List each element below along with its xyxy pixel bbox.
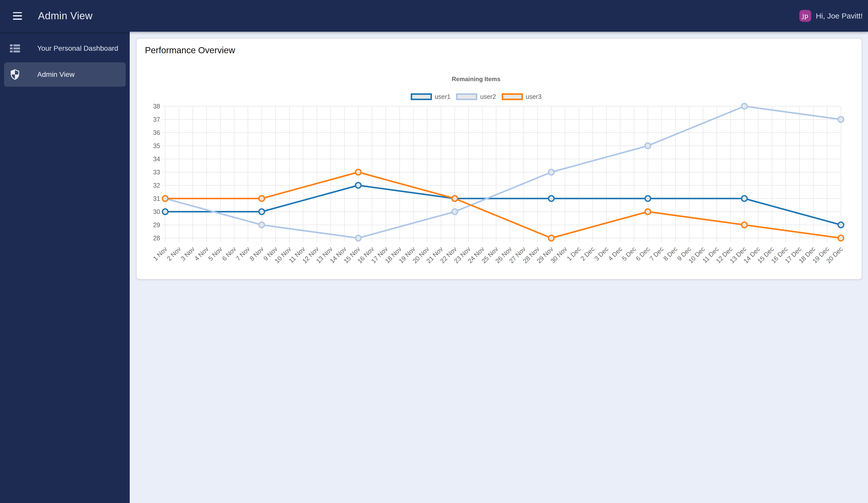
hamburger-menu-button[interactable] [13,12,22,20]
hamburger-bar [13,12,22,13]
svg-text:28: 28 [153,234,160,242]
shield-icon [10,69,20,80]
svg-text:36: 36 [153,129,160,136]
sidebar: Your Personal Dashboard Admin View [0,32,130,503]
svg-text:7 Dec: 7 Dec [648,245,665,262]
sidebar-item-personal-dashboard[interactable]: Your Personal Dashboard [4,36,126,61]
top-navbar: Admin View jp Hi, Joe Pavitt! [0,0,868,32]
svg-text:5 Dec: 5 Dec [620,245,637,262]
sidebar-item-label: Admin View [37,70,74,79]
svg-text:8 Nov: 8 Nov [248,245,265,262]
performance-card: Performance Overview Remaining Items use… [136,38,862,280]
svg-text:33: 33 [153,169,160,176]
avatar-initials: jp [802,12,808,20]
app-title: Admin View [38,10,92,22]
user-avatar[interactable]: jp [799,10,811,22]
sidebar-item-label: Your Personal Dashboard [37,44,118,52]
svg-text:2 Nov: 2 Nov [165,245,182,262]
svg-text:30: 30 [153,208,160,215]
svg-text:3 Dec: 3 Dec [593,245,610,262]
hamburger-bar [13,15,22,17]
sidebar-item-admin-view[interactable]: Admin View [4,62,126,87]
svg-text:6 Nov: 6 Nov [221,245,237,262]
svg-text:8 Dec: 8 Dec [662,245,679,262]
svg-text:31: 31 [153,195,160,202]
user-greeting: Hi, Joe Pavitt! [816,12,863,20]
svg-text:38: 38 [153,103,160,110]
svg-text:7 Nov: 7 Nov [234,245,251,262]
svg-text:2 Dec: 2 Dec [579,245,596,262]
svg-text:4 Nov: 4 Nov [193,245,210,262]
svg-text:37: 37 [153,116,160,123]
navbar-user-area: jp Hi, Joe Pavitt! [799,10,863,22]
svg-text:29: 29 [153,221,160,229]
svg-text:5 Nov: 5 Nov [207,245,224,262]
svg-text:35: 35 [153,142,160,149]
svg-text:4 Dec: 4 Dec [607,245,623,262]
line-chart-svg: 28293031323334353637381 Nov2 Nov3 Nov4 N… [136,39,863,279]
svg-text:34: 34 [153,155,160,162]
hamburger-bar [13,19,22,20]
main-content: Performance Overview Remaining Items use… [130,32,868,503]
dashboard-grid-icon [10,44,20,53]
svg-text:32: 32 [153,182,160,189]
svg-text:1 Nov: 1 Nov [152,245,168,262]
svg-text:1 Dec: 1 Dec [565,245,582,262]
svg-text:6 Dec: 6 Dec [634,245,651,262]
svg-text:3 Nov: 3 Nov [179,245,196,262]
